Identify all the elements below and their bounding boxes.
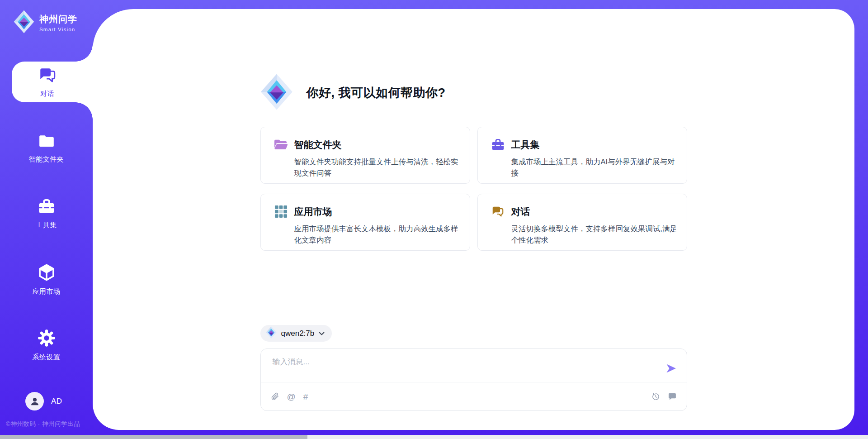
- sidebar: 神州问学 Smart Vision 对话 智能文件夹: [0, 0, 93, 439]
- card-title: 工具集: [511, 138, 540, 151]
- brand-logo: 神州问学 Smart Vision: [14, 10, 77, 35]
- greeting-title: 你好, 我可以如何帮助你?: [307, 85, 446, 101]
- feature-cards: 智能文件夹 智能文件夹功能支持批量文件上传与清洗，轻松实现文件问答: [260, 127, 687, 251]
- sidebar-item-label: 智能文件夹: [29, 155, 64, 164]
- sidebar-item-smart-folder[interactable]: 智能文件夹: [0, 132, 93, 164]
- card-title: 对话: [511, 205, 530, 218]
- greeting: 你好, 我可以如何帮助你?: [260, 73, 687, 113]
- card-description: 智能文件夹功能支持批量文件上传与清洗，轻松实现文件问答: [294, 156, 463, 179]
- app-window: 神州问学 Smart Vision 对话 智能文件夹: [0, 0, 868, 439]
- sidebar-item-label: 系统设置: [33, 353, 61, 362]
- brand-diamond-icon: [266, 326, 277, 340]
- brand-name: 神州问学: [39, 13, 77, 25]
- card-app-market[interactable]: 应用市场 应用市场提供丰富长文本模板，助力高效生成多样化文章内容: [260, 194, 470, 251]
- feedback-button[interactable]: [668, 392, 677, 401]
- sidebar-item-label: 工具集: [36, 221, 57, 229]
- cube-icon: [37, 263, 56, 283]
- horizontal-scrollbar-track[interactable]: [0, 435, 868, 439]
- attach-file-button[interactable]: [271, 392, 279, 401]
- hash-icon: #: [303, 392, 308, 401]
- sidebar-item-chat[interactable]: 对话: [12, 62, 93, 102]
- feedback-bubble-icon: [668, 392, 677, 401]
- message-composer: @ #: [260, 348, 687, 411]
- composer-toolbar: @ #: [261, 382, 687, 410]
- folder-open-icon: [274, 137, 288, 152]
- folder-icon: [38, 132, 56, 151]
- user-name: AD: [51, 397, 62, 406]
- card-description: 灵活切换多模型文件，支持多样回复效果调试,满足个性化需求: [511, 223, 680, 246]
- topic-button[interactable]: #: [303, 392, 308, 401]
- history-button[interactable]: [651, 392, 660, 401]
- main-panel: 你好, 我可以如何帮助你? 智能文件夹 智能文件夹功能支持批量文件上传与清洗，轻…: [93, 9, 854, 430]
- chat-bubbles-icon: [38, 66, 57, 86]
- card-description: 应用市场提供丰富长文本模板，助力高效生成多样化文章内容: [294, 223, 463, 246]
- chevron-down-icon: [319, 329, 325, 338]
- card-title: 应用市场: [294, 205, 332, 218]
- grid-icon: [274, 204, 288, 219]
- card-toolset[interactable]: 工具集 集成市场上主流工具，助力AI与外界无缝扩展与对接: [477, 127, 687, 184]
- toolbox-icon: [491, 137, 505, 152]
- send-icon: [665, 368, 677, 375]
- sidebar-item-app-market[interactable]: 应用市场: [0, 263, 93, 296]
- model-selector[interactable]: qwen2:7b: [260, 325, 332, 342]
- mention-button[interactable]: @: [287, 392, 296, 401]
- toolbox-icon: [38, 197, 56, 217]
- card-chat[interactable]: 对话 灵活切换多模型文件，支持多样回复效果调试,满足个性化需求: [477, 194, 687, 251]
- model-name: qwen2:7b: [281, 329, 315, 338]
- brand-diamond-icon: [14, 10, 34, 35]
- card-description: 集成市场上主流工具，助力AI与外界无缝扩展与对接: [511, 156, 680, 179]
- sidebar-item-label: 对话: [40, 90, 54, 98]
- chat-bubbles-icon: [491, 204, 505, 219]
- card-smart-folder[interactable]: 智能文件夹 智能文件夹功能支持批量文件上传与清洗，轻松实现文件问答: [260, 127, 470, 184]
- sidebar-item-toolset[interactable]: 工具集: [0, 197, 93, 229]
- at-icon: @: [287, 392, 296, 401]
- message-input[interactable]: [261, 349, 687, 382]
- avatar: [25, 392, 44, 410]
- horizontal-scrollbar-thumb[interactable]: [0, 435, 307, 439]
- paperclip-icon: [271, 392, 279, 401]
- user-profile[interactable]: AD: [25, 392, 62, 410]
- send-button[interactable]: [665, 363, 677, 373]
- brand-subtitle: Smart Vision: [39, 27, 77, 32]
- brand-diamond-icon: [260, 73, 293, 113]
- copyright-text: ©神州数码 · 神州问学出品: [6, 420, 80, 428]
- sidebar-item-label: 应用市场: [33, 287, 61, 296]
- gear-icon: [37, 329, 56, 349]
- history-icon: [651, 392, 660, 401]
- sidebar-item-settings[interactable]: 系统设置: [0, 329, 93, 362]
- card-title: 智能文件夹: [294, 138, 342, 151]
